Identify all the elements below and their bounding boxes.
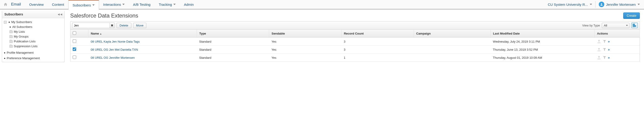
import-icon[interactable] — [597, 40, 601, 43]
data-extensions-table: Name Type Sendable Record Count Campaign… — [70, 29, 640, 62]
import-icon[interactable] — [597, 48, 601, 51]
filter-icon[interactable] — [602, 48, 606, 51]
row-sendable: Yes — [269, 54, 342, 62]
row-sendable: Yes — [269, 46, 342, 54]
row-checkbox[interactable] — [73, 55, 76, 59]
import-icon[interactable] — [597, 56, 601, 59]
page-title: Salesforce Data Extensions — [70, 12, 138, 19]
account-switcher[interactable]: CU System University R... — [548, 2, 592, 6]
column-header-sendable[interactable]: Sendable — [269, 29, 342, 37]
row-campaign — [414, 54, 491, 62]
sidebar-item-publication-lists[interactable]: Publication Lists — [14, 40, 36, 43]
content-area: Salesforce Data Extensions Create ✖ Dele… — [65, 10, 644, 62]
row-type: Standard — [197, 54, 269, 62]
chevron-down-icon — [92, 4, 95, 6]
row-checkbox[interactable] — [73, 47, 76, 51]
svg-rect-2 — [634, 24, 635, 27]
row-campaign — [414, 37, 491, 46]
column-header-record-count[interactable]: Record Count — [342, 29, 414, 37]
column-settings-button[interactable] — [631, 22, 638, 28]
chevron-down-icon — [638, 4, 640, 5]
column-header-actions: Actions — [594, 29, 640, 37]
chevron-down-icon — [122, 4, 125, 5]
nav-divider — [595, 1, 596, 7]
move-button[interactable]: Move — [133, 23, 146, 28]
row-checkbox[interactable] — [73, 39, 76, 43]
row-record-count: 3 — [342, 37, 414, 46]
home-icon — [4, 2, 8, 6]
collapse-icon[interactable]: ◄◄ — [57, 12, 62, 16]
row-sendable: Yes — [269, 37, 342, 46]
filter-icon[interactable] — [602, 40, 606, 43]
row-record-count: 3 — [342, 46, 414, 54]
sidebar-title: Subscribers — [4, 12, 23, 16]
column-header-campaign[interactable]: Campaign — [414, 29, 491, 37]
tab-overview[interactable]: Overview — [25, 0, 48, 9]
svg-point-3 — [635, 25, 636, 27]
chevron-down-icon — [590, 4, 592, 5]
row-campaign — [414, 46, 491, 54]
tab-a-b-testing[interactable]: A/B Testing — [129, 0, 155, 9]
avatar-icon — [599, 1, 604, 7]
app-label[interactable]: Email — [10, 2, 25, 7]
chevron-down-icon — [173, 4, 176, 5]
toolbar: ✖ Delete Move View by Type All — [70, 21, 640, 29]
chevron-down-icon — [626, 25, 628, 26]
sidebar-item-preference-management[interactable]: Preference Management — [4, 56, 40, 60]
table-row: 08 UREL OG Jennifer MortensenStandardYes… — [70, 54, 640, 62]
top-nav: Email OverviewContentSubscribersInteract… — [0, 0, 644, 10]
nav-tabs: OverviewContentSubscribersInteractionsA/… — [25, 0, 198, 9]
clear-search-icon[interactable]: ✖ — [110, 23, 114, 28]
search-input[interactable] — [72, 23, 110, 28]
tree-collapse-icon[interactable]: − — [4, 21, 6, 23]
row-name-link[interactable]: 08 UREL OG Jennifer Mortensen — [88, 54, 197, 62]
tab-interactions[interactable]: Interactions — [99, 0, 129, 9]
folder-icon — [10, 35, 13, 38]
sidebar-item-all-subscribers[interactable]: All Subscribers — [10, 25, 32, 28]
create-button[interactable]: Create — [623, 12, 640, 19]
tab-admin[interactable]: Admin — [180, 0, 198, 9]
column-header-type[interactable]: Type — [197, 29, 269, 37]
folder-icon — [10, 45, 13, 48]
svg-rect-1 — [633, 24, 634, 27]
more-actions-icon[interactable]: » — [608, 56, 610, 59]
type-filter-select[interactable]: All — [602, 23, 630, 28]
tab-tracking[interactable]: Tracking — [155, 0, 180, 9]
column-header-last-modified[interactable]: Last Modified Date — [490, 29, 594, 37]
row-last-modified: Thursday, August 01, 2019 10:09 AM — [490, 54, 594, 62]
svg-point-0 — [601, 3, 602, 4]
sidebar-item-profile-management[interactable]: Profile Management — [4, 51, 34, 54]
sidebar-header: Subscribers ◄◄ — [2, 10, 64, 18]
select-all-checkbox[interactable] — [73, 31, 76, 35]
user-menu[interactable]: Jennifer Mortensen — [599, 1, 640, 7]
columns-icon — [633, 24, 636, 27]
row-last-modified: Thursday, June 13, 2019 3:52 PM — [490, 46, 594, 54]
row-type: Standard — [197, 37, 269, 46]
row-last-modified: Wednesday, July 24, 2019 3:11 PM — [490, 37, 594, 46]
row-name-link[interactable]: 08 UREL OG Jen Mel Daniella TXN — [88, 46, 197, 54]
sidebar-item-my-subscribers[interactable]: My Subscribers — [8, 20, 32, 24]
column-header-checkbox — [70, 29, 88, 37]
table-row: 08 UREL Kayla Jen Nonie Data TagsStandar… — [70, 37, 640, 46]
view-by-type-label: View by Type — [582, 24, 600, 27]
row-type: Standard — [197, 46, 269, 54]
more-actions-icon[interactable]: » — [608, 40, 610, 43]
more-actions-icon[interactable]: » — [608, 48, 610, 51]
search-field: ✖ — [72, 22, 115, 28]
column-header-name[interactable]: Name — [88, 29, 197, 37]
tab-subscribers[interactable]: Subscribers — [68, 0, 99, 10]
row-record-count: 1 — [342, 54, 414, 62]
sidebar-item-my-groups[interactable]: My Groups — [14, 35, 28, 38]
tab-content[interactable]: Content — [48, 0, 68, 9]
folder-icon — [10, 31, 13, 33]
sidebar-item-suppression-lists[interactable]: Suppression Lists — [14, 44, 38, 48]
row-name-link[interactable]: 08 UREL Kayla Jen Nonie Data Tags — [88, 37, 197, 46]
sidebar: Subscribers ◄◄ − My Subscribers All Subs… — [2, 10, 65, 62]
filter-icon[interactable] — [602, 56, 606, 59]
table-row: 08 UREL OG Jen Mel Daniella TXNStandardY… — [70, 46, 640, 54]
sidebar-tree: − My Subscribers All Subscribers My List… — [2, 18, 64, 62]
delete-button[interactable]: Delete — [116, 23, 131, 28]
sidebar-item-my-lists[interactable]: My Lists — [14, 30, 25, 33]
home-button[interactable] — [2, 0, 10, 8]
folder-icon — [10, 40, 13, 43]
